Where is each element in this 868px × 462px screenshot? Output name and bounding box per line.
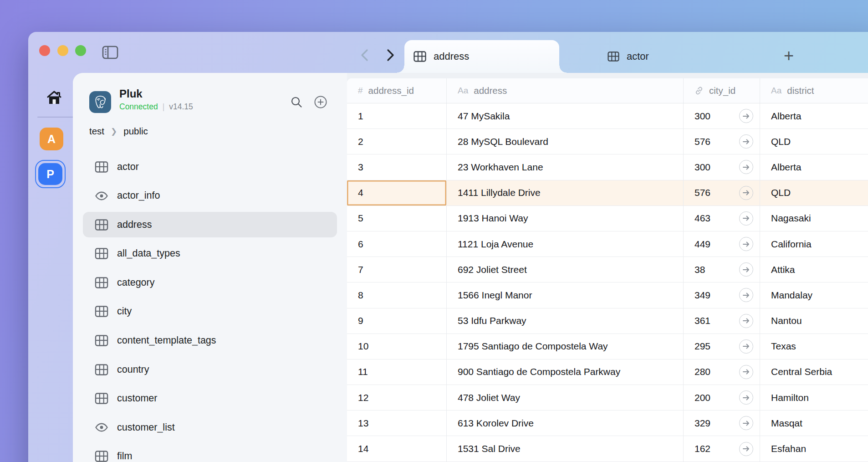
cell-city_id[interactable]: 295: [684, 334, 760, 359]
minimize-button[interactable]: [57, 45, 68, 56]
cell-district[interactable]: Alberta: [760, 154, 868, 180]
foreign-key-arrow-button[interactable]: [739, 237, 753, 251]
foreign-key-arrow-button[interactable]: [739, 262, 753, 277]
cell-address[interactable]: 1913 Hanoi Way: [447, 206, 684, 231]
column-header-district[interactable]: Aa district: [760, 78, 868, 103]
sidebar-item-customer_list[interactable]: customer_list: [83, 415, 337, 440]
cell-address[interactable]: 28 MySQL Boulevard: [447, 129, 684, 154]
foreign-key-arrow-button[interactable]: [739, 442, 753, 456]
foreign-key-arrow-button[interactable]: [739, 390, 753, 405]
cell-city_id[interactable]: 280: [684, 359, 760, 385]
cell-district[interactable]: Hamilton: [760, 385, 868, 410]
cell-city_id[interactable]: 38: [684, 257, 760, 282]
cell-address_id[interactable]: 10: [347, 334, 447, 359]
cell-address[interactable]: 23 Workhaven Lane: [447, 154, 684, 180]
cell-address_id[interactable]: 14: [347, 436, 447, 461]
breadcrumb-database[interactable]: test: [89, 126, 104, 137]
cell-district[interactable]: Attika: [760, 257, 868, 282]
cell-district[interactable]: Masqat: [760, 411, 868, 436]
cell-address_id[interactable]: 13: [347, 411, 447, 436]
foreign-key-arrow-button[interactable]: [739, 288, 753, 302]
foreign-key-arrow-button[interactable]: [739, 186, 753, 200]
connection-badge-p[interactable]: P: [38, 163, 62, 185]
cell-address_id[interactable]: 12: [347, 385, 447, 410]
cell-district[interactable]: Mandalay: [760, 282, 868, 308]
home-icon[interactable]: [46, 90, 63, 106]
cell-address[interactable]: 53 Idfu Parkway: [447, 308, 684, 334]
cell-address[interactable]: 692 Joliet Street: [447, 257, 684, 282]
cell-address_id[interactable]: 3: [347, 154, 447, 180]
search-icon[interactable]: [289, 95, 304, 109]
cell-address_id[interactable]: 8: [347, 282, 447, 308]
sidebar-item-actor_info[interactable]: actor_info: [83, 183, 337, 209]
cell-city_id[interactable]: 162: [684, 436, 760, 461]
cell-district[interactable]: Central Serbia: [760, 359, 868, 385]
connection-badge-a[interactable]: A: [40, 128, 63, 150]
cell-address[interactable]: 1121 Loja Avenue: [447, 231, 684, 257]
tab-actor[interactable]: actor: [598, 40, 735, 73]
nav-forward-icon[interactable]: [383, 47, 397, 63]
column-header-city_id[interactable]: city_id: [684, 78, 760, 103]
cell-city_id[interactable]: 329: [684, 411, 760, 436]
add-item-icon[interactable]: [313, 95, 328, 109]
sidebar-item-all_data_types[interactable]: all_data_types: [83, 241, 337, 267]
sidebar-item-customer[interactable]: customer: [83, 386, 337, 411]
sidebar-item-country[interactable]: country: [83, 357, 337, 382]
cell-city_id[interactable]: 361: [684, 308, 760, 334]
sidebar-item-city[interactable]: city: [83, 299, 337, 324]
foreign-key-arrow-button[interactable]: [739, 160, 753, 174]
close-button[interactable]: [39, 45, 50, 56]
cell-address_id[interactable]: 2: [347, 129, 447, 154]
tab-address[interactable]: address: [404, 40, 559, 73]
nav-back-icon[interactable]: [358, 47, 372, 63]
cell-address[interactable]: 1531 Sal Drive: [447, 436, 684, 461]
cell-address[interactable]: 1566 Inegl Manor: [447, 282, 684, 308]
cell-city_id[interactable]: 300: [684, 154, 760, 180]
zoom-button[interactable]: [75, 45, 86, 56]
cell-city_id[interactable]: 463: [684, 206, 760, 231]
cell-address[interactable]: 900 Santiago de Compostela Parkway: [447, 359, 684, 385]
foreign-key-arrow-button[interactable]: [739, 211, 753, 226]
column-header-address_id[interactable]: # address_id: [347, 78, 447, 103]
cell-city_id[interactable]: 576: [684, 180, 760, 205]
cell-city_id[interactable]: 349: [684, 282, 760, 308]
foreign-key-arrow-button[interactable]: [739, 314, 753, 328]
foreign-key-arrow-button[interactable]: [739, 416, 753, 430]
toggle-sidebar-icon[interactable]: [102, 46, 118, 59]
cell-address[interactable]: 478 Joliet Way: [447, 385, 684, 410]
cell-district[interactable]: Texas: [760, 334, 868, 359]
cell-district[interactable]: Nantou: [760, 308, 868, 334]
cell-address[interactable]: 1795 Santiago de Compostela Way: [447, 334, 684, 359]
cell-address[interactable]: 47 MySakila: [447, 103, 684, 128]
cell-address[interactable]: 613 Korolev Drive: [447, 411, 684, 436]
cell-city_id[interactable]: 300: [684, 103, 760, 128]
sidebar-item-content_template_tags[interactable]: content_template_tags: [83, 328, 337, 354]
cell-address[interactable]: 1411 Lillydale Drive: [447, 180, 684, 205]
sidebar-item-category[interactable]: category: [83, 270, 337, 295]
cell-district[interactable]: Alberta: [760, 103, 868, 128]
cell-address_id[interactable]: 11: [347, 359, 447, 385]
cell-address_id[interactable]: 4: [347, 180, 447, 205]
column-header-address[interactable]: Aa address: [447, 78, 684, 103]
cell-address_id[interactable]: 6: [347, 231, 447, 257]
cell-city_id[interactable]: 200: [684, 385, 760, 410]
cell-district[interactable]: California: [760, 231, 868, 257]
foreign-key-arrow-button[interactable]: [739, 109, 753, 123]
foreign-key-arrow-button[interactable]: [739, 134, 753, 149]
cell-address_id[interactable]: 5: [347, 206, 447, 231]
cell-district[interactable]: QLD: [760, 129, 868, 154]
cell-district[interactable]: Esfahan: [760, 436, 868, 461]
cell-city_id[interactable]: 576: [684, 129, 760, 154]
foreign-key-arrow-button[interactable]: [739, 365, 753, 379]
foreign-key-arrow-button[interactable]: [739, 339, 753, 354]
cell-address_id[interactable]: 9: [347, 308, 447, 334]
breadcrumb-schema[interactable]: public: [123, 126, 148, 137]
cell-district[interactable]: QLD: [760, 180, 868, 205]
cell-address_id[interactable]: 7: [347, 257, 447, 282]
sidebar-item-film[interactable]: film: [83, 444, 337, 462]
cell-district[interactable]: Nagasaki: [760, 206, 868, 231]
sidebar-item-actor[interactable]: actor: [83, 154, 337, 180]
sidebar-item-address[interactable]: address: [83, 212, 337, 237]
cell-address_id[interactable]: 1: [347, 103, 447, 128]
new-tab-button[interactable]: +: [776, 43, 802, 68]
